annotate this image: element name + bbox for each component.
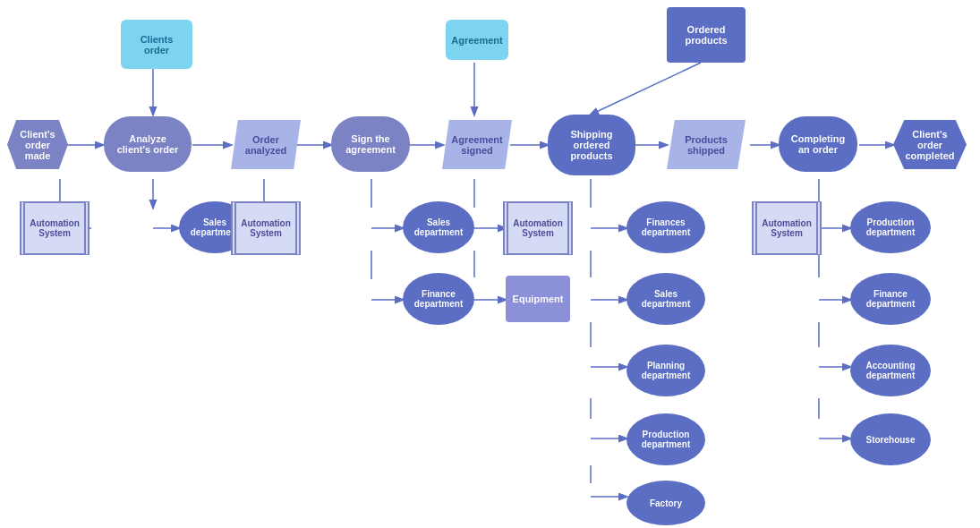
equipment-node: Equipment xyxy=(506,276,570,322)
svg-line-10 xyxy=(591,63,701,115)
accounting-department-node: Accounting department xyxy=(850,345,931,396)
client-order-made-node: Client's order made xyxy=(7,120,68,169)
order-analyzed-node: Order analyzed xyxy=(231,120,301,169)
production-department-1-node: Production department xyxy=(626,413,705,465)
flow-lines xyxy=(0,0,980,528)
agreement-banner: Agreement xyxy=(446,20,508,60)
products-shipped-node: Products shipped xyxy=(667,120,746,169)
sales-department-2-node: Sales department xyxy=(403,201,474,253)
sales-department-3-node: Sales department xyxy=(626,273,705,325)
analyze-clients-order-node: Analyze client's order xyxy=(104,116,192,172)
agreement-signed-node: Agreement signed xyxy=(442,120,512,169)
sign-agreement-node: Sign the agreement xyxy=(331,116,410,172)
automation-system-4-node: Automation System xyxy=(752,201,822,255)
automation-system-3-node: Automation System xyxy=(503,201,573,255)
automation-system-2-node: Automation System xyxy=(231,201,301,255)
finances-department-node: Finances department xyxy=(626,201,705,253)
factory-node: Factory xyxy=(626,481,705,525)
storehouse-node: Storehouse xyxy=(850,413,931,465)
client-order-completed-node: Client's order completed xyxy=(893,120,967,169)
planning-department-node: Planning department xyxy=(626,345,705,396)
finance-department-1-node: Finance department xyxy=(403,273,474,325)
shipping-ordered-node: Shipping ordered products xyxy=(548,115,635,175)
ordered-products-banner: Ordered products xyxy=(667,7,746,63)
automation-system-1-node: Automation System xyxy=(20,201,89,255)
clients-order-banner: Clients order xyxy=(121,20,192,69)
production-department-2-node: Production department xyxy=(850,201,931,253)
diagram: Clients order Agreement Ordered products… xyxy=(0,0,980,528)
finance-department-2-node: Finance department xyxy=(850,273,931,325)
completing-order-node: Completing an order xyxy=(779,116,857,172)
